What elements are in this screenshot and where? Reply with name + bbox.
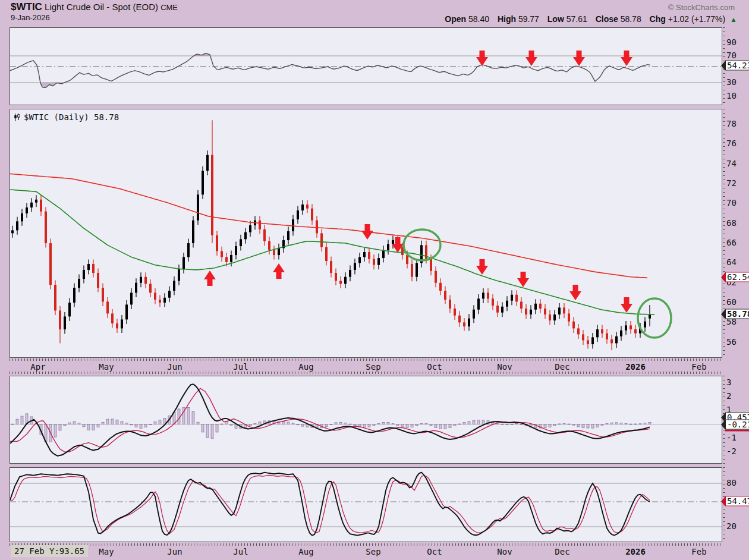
candle-body — [130, 292, 133, 304]
candle-body — [520, 301, 523, 309]
macd-line — [10, 384, 650, 456]
candle-body — [496, 306, 499, 313]
stoch-k-line — [10, 473, 650, 536]
macd-histogram-bar — [373, 424, 375, 426]
macd-histogram-bar — [292, 423, 294, 424]
macd-histogram-bar — [444, 424, 446, 429]
candle-body — [387, 244, 389, 250]
price-ytick: 56 — [726, 337, 737, 347]
macd-ytick: 2 — [726, 391, 731, 401]
tick-row — [10, 543, 722, 546]
macd-histogram-bar — [430, 424, 432, 426]
candle-body — [297, 210, 299, 219]
red-down-arrow — [621, 51, 632, 66]
candle-body — [249, 225, 251, 232]
price-ytick: 66 — [726, 238, 737, 247]
month-label-jul: Jul — [233, 362, 248, 372]
candle-body — [506, 301, 508, 307]
macd-histogram-bar — [601, 424, 603, 426]
month-label-jun: Jun — [167, 362, 182, 372]
macd-histogram-bar — [130, 424, 133, 425]
candle-body — [263, 229, 266, 241]
month-label-2026: 2026 — [625, 362, 646, 372]
candle-body — [154, 292, 156, 300]
month-label-feb: Feb — [691, 362, 706, 372]
candle-body — [325, 247, 328, 261]
candle-body — [354, 263, 356, 270]
candle-body — [45, 212, 47, 243]
macd-histogram-bar — [287, 422, 289, 424]
candle-body — [511, 295, 513, 301]
price-ytick: 64 — [726, 257, 737, 267]
chip-pointer — [721, 420, 725, 429]
macd-ytick: -1 — [726, 433, 737, 442]
candle-body — [335, 273, 337, 281]
open-value: 58.40 — [468, 14, 489, 24]
macd-histogram-bar — [121, 421, 123, 424]
macd-histogram-bar — [577, 424, 580, 427]
candle-body — [316, 221, 318, 234]
macd-histogram-bar — [382, 422, 385, 424]
candle-body — [463, 322, 465, 326]
macd-histogram-bar — [202, 424, 204, 432]
macd-value-chip: -0.21 — [721, 420, 749, 430]
macd-histogram-bar — [649, 423, 651, 424]
candle-body — [135, 283, 137, 293]
candle-body — [591, 337, 594, 344]
candle-body — [534, 304, 537, 310]
macd-histogram-bar — [206, 424, 209, 438]
price-ytick: 70 — [726, 198, 737, 207]
macd-histogram-bar — [159, 420, 161, 424]
candle-body — [149, 284, 152, 292]
month-label-jun: Jun — [167, 547, 182, 556]
candle-body — [416, 263, 418, 276]
price-panel-canvas — [10, 109, 722, 357]
macd-histogram-bar — [468, 421, 470, 424]
stoch-d-line — [10, 475, 650, 533]
macd-histogram-bar — [630, 424, 632, 424]
macd-histogram-bar — [425, 423, 427, 424]
candle-body — [178, 269, 180, 281]
rsi-ytick: 70 — [726, 51, 737, 60]
symbol: $WTIC — [11, 1, 42, 12]
candle-body — [202, 171, 204, 194]
chg-label: Chg — [650, 14, 666, 24]
candle-body — [525, 309, 527, 314]
candle-body — [35, 200, 37, 203]
candle-body — [373, 259, 375, 265]
candle-body — [634, 329, 637, 334]
candle-body — [649, 314, 651, 318]
candle-body — [644, 322, 646, 328]
candle-body — [78, 279, 80, 288]
candle-body — [64, 316, 66, 329]
macd-histogram-bar — [282, 421, 285, 424]
bottom-x-axis: MayJunJulAugSepOctNovDec2026Feb — [10, 543, 722, 559]
macd-histogram-bar — [387, 422, 389, 424]
macd-histogram-bar — [515, 423, 518, 424]
stoch-ytick: 80 — [726, 478, 737, 487]
candle-body — [268, 241, 270, 250]
candle-body — [311, 209, 313, 221]
macd-histogram-bar — [230, 424, 232, 426]
candle-body — [582, 334, 584, 340]
stoch-value-chip: 54.47 — [721, 496, 749, 506]
last-price-chip: 58.78 — [721, 309, 749, 319]
candle-body — [273, 250, 275, 255]
candle-body — [125, 304, 128, 319]
rsi-ytick: 30 — [726, 77, 737, 87]
candle-body — [140, 277, 142, 283]
candle-body — [411, 264, 413, 277]
macd-histogram-bar — [192, 411, 194, 424]
macd-histogram-bar — [197, 422, 199, 424]
macd-histogram-bar — [572, 424, 575, 426]
macd-histogram-bar — [377, 424, 380, 424]
macd-histogram-bar — [411, 424, 413, 427]
chart-title: $WTIC Light Crude Oil - Spot (EOD) CME — [11, 1, 178, 13]
candle-body — [606, 334, 608, 339]
macd-histogram-bar — [259, 422, 261, 424]
candle-body — [49, 243, 52, 285]
macd-histogram-bar — [544, 424, 546, 428]
low-value: 57.61 — [567, 14, 587, 24]
candle-body — [577, 328, 580, 334]
macd-histogram-bar — [582, 424, 584, 428]
